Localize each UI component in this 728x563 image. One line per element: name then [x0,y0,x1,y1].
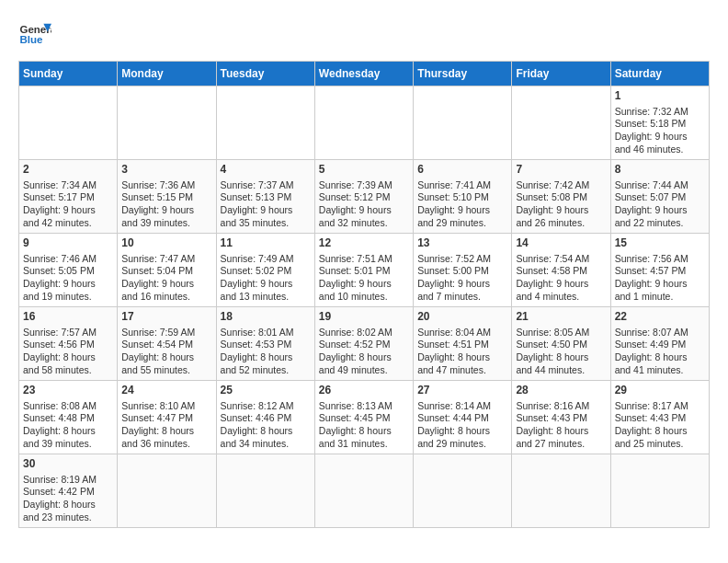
day-info: Sunset: 4:58 PM [516,265,606,278]
calendar-cell: 10Sunrise: 7:47 AMSunset: 5:04 PMDayligh… [118,234,216,307]
day-info: Sunrise: 7:44 AM [615,179,705,192]
day-info: Daylight: 9 hours and 26 minutes. [516,204,606,229]
day-number: 18 [221,310,311,325]
weekday-header-row: SundayMondayTuesdayWednesdayThursdayFrid… [19,62,710,86]
day-info: Daylight: 9 hours and 32 minutes. [319,204,409,229]
calendar-cell [19,86,118,160]
calendar-cell: 14Sunrise: 7:54 AMSunset: 4:58 PMDayligh… [512,234,610,307]
logo: General Blue [18,18,51,52]
calendar-cell: 24Sunrise: 8:10 AMSunset: 4:47 PMDayligh… [118,381,216,454]
day-info: Sunset: 4:45 PM [319,412,409,425]
day-number: 23 [23,384,113,398]
calendar-table: SundayMondayTuesdayWednesdayThursdayFrid… [18,61,710,528]
day-info: Sunset: 5:15 PM [121,191,211,204]
day-info: Sunset: 5:00 PM [417,265,507,278]
day-info: Daylight: 8 hours and 39 minutes. [23,425,113,450]
day-info: Daylight: 9 hours and 29 minutes. [417,204,507,229]
day-number: 6 [417,163,507,178]
day-number: 21 [516,310,606,325]
calendar-cell: 28Sunrise: 8:16 AMSunset: 4:43 PMDayligh… [512,381,610,454]
day-info: Sunrise: 7:41 AM [417,179,507,192]
calendar-cell: 26Sunrise: 8:13 AMSunset: 4:45 PMDayligh… [314,381,413,454]
day-info: Sunrise: 7:39 AM [319,179,409,192]
day-info: Daylight: 9 hours and 19 minutes. [23,278,113,303]
day-number: 16 [23,310,113,325]
day-info: Daylight: 8 hours and 49 minutes. [319,351,409,376]
day-info: Daylight: 9 hours and 35 minutes. [221,204,311,229]
calendar-cell [118,86,216,160]
day-info: Daylight: 9 hours and 4 minutes. [516,278,606,303]
calendar-cell [314,454,413,528]
day-info: Sunset: 4:54 PM [121,339,211,351]
day-info: Daylight: 8 hours and 27 minutes. [516,425,606,450]
day-info: Sunrise: 7:42 AM [516,179,606,192]
logo-icon: General Blue [18,18,51,52]
calendar-cell: 30Sunrise: 8:19 AMSunset: 4:42 PMDayligh… [19,454,118,528]
day-number: 19 [319,310,409,325]
day-number: 9 [23,236,113,251]
day-info: Sunset: 5:07 PM [615,191,705,204]
day-info: Sunrise: 7:57 AM [23,327,113,339]
day-info: Sunrise: 8:05 AM [516,327,606,339]
day-info: Sunrise: 7:36 AM [121,179,211,192]
calendar-cell: 5Sunrise: 7:39 AMSunset: 5:12 PMDaylight… [314,160,413,234]
day-info: Sunset: 4:52 PM [319,339,409,351]
day-info: Daylight: 8 hours and 36 minutes. [121,425,211,450]
day-info: Sunrise: 8:12 AM [221,400,311,413]
day-info: Sunrise: 7:52 AM [417,253,507,266]
day-info: Sunset: 4:44 PM [417,412,507,425]
week-row-3: 9Sunrise: 7:46 AMSunset: 5:05 PMDaylight… [19,234,710,307]
day-info: Daylight: 8 hours and 41 minutes. [615,351,705,376]
week-row-4: 16Sunrise: 7:57 AMSunset: 4:56 PMDayligh… [19,307,710,381]
day-number: 24 [121,384,211,398]
day-number: 28 [516,384,606,398]
day-info: Sunset: 4:50 PM [516,339,606,351]
calendar-cell: 11Sunrise: 7:49 AMSunset: 5:02 PMDayligh… [216,234,314,307]
day-info: Daylight: 9 hours and 39 minutes. [121,204,211,229]
day-info: Sunset: 5:04 PM [121,265,211,278]
calendar-cell [512,86,610,160]
calendar-cell: 19Sunrise: 8:02 AMSunset: 4:52 PMDayligh… [314,307,413,381]
day-number: 30 [23,457,113,472]
calendar-cell: 29Sunrise: 8:17 AMSunset: 4:43 PMDayligh… [610,381,709,454]
day-info: Sunset: 5:12 PM [319,191,409,204]
calendar-cell: 20Sunrise: 8:04 AMSunset: 4:51 PMDayligh… [414,307,512,381]
day-info: Sunset: 5:01 PM [319,265,409,278]
day-number: 14 [516,236,606,251]
day-info: Sunrise: 8:10 AM [121,400,211,413]
day-number: 3 [121,163,211,178]
day-info: Sunset: 4:48 PM [23,412,113,425]
day-info: Sunset: 5:05 PM [23,265,113,278]
day-info: Sunrise: 8:13 AM [319,400,409,413]
day-info: Daylight: 8 hours and 55 minutes. [121,351,211,376]
day-info: Daylight: 9 hours and 22 minutes. [615,204,705,229]
calendar-cell [216,86,314,160]
day-number: 5 [319,163,409,178]
day-info: Daylight: 8 hours and 47 minutes. [417,351,507,376]
weekday-header-tuesday: Tuesday [216,62,314,86]
day-info: Sunset: 4:43 PM [615,412,705,425]
day-info: Sunrise: 7:54 AM [516,253,606,266]
day-info: Daylight: 9 hours and 42 minutes. [23,204,113,229]
calendar-cell: 18Sunrise: 8:01 AMSunset: 4:53 PMDayligh… [216,307,314,381]
calendar-cell [512,454,610,528]
calendar-cell: 3Sunrise: 7:36 AMSunset: 5:15 PMDaylight… [118,160,216,234]
day-number: 27 [417,384,507,398]
calendar-cell: 12Sunrise: 7:51 AMSunset: 5:01 PMDayligh… [314,234,413,307]
day-info: Sunrise: 7:49 AM [221,253,311,266]
day-info: Sunset: 4:42 PM [23,486,113,499]
day-info: Daylight: 8 hours and 31 minutes. [319,425,409,450]
day-info: Daylight: 8 hours and 34 minutes. [221,425,311,450]
day-number: 11 [221,236,311,251]
day-info: Daylight: 8 hours and 29 minutes. [417,425,507,450]
day-info: Sunset: 4:49 PM [615,339,705,351]
calendar-cell: 4Sunrise: 7:37 AMSunset: 5:13 PMDaylight… [216,160,314,234]
day-info: Sunrise: 8:04 AM [417,327,507,339]
weekday-header-wednesday: Wednesday [314,62,413,86]
day-info: Sunrise: 7:32 AM [615,106,705,119]
day-info: Sunrise: 8:16 AM [516,400,606,413]
day-number: 22 [615,310,705,325]
day-info: Daylight: 9 hours and 10 minutes. [319,278,409,303]
day-info: Daylight: 9 hours and 1 minute. [615,278,705,303]
day-info: Daylight: 9 hours and 16 minutes. [121,278,211,303]
